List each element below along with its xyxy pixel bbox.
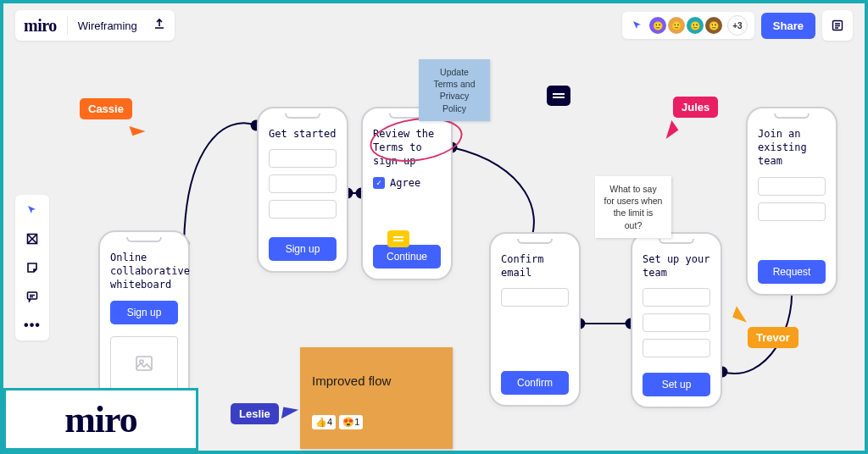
- cursor-arrow-icon: [659, 120, 679, 139]
- phone-title: Set up your team: [643, 252, 710, 280]
- avatar-1[interactable]: 🙂: [648, 15, 668, 36]
- cursor-label: Cassie: [80, 98, 132, 119]
- comment-bubble-icon[interactable]: [547, 86, 570, 106]
- notch-icon: [517, 239, 553, 244]
- phone-join-team[interactable]: Join an existing team Request: [746, 107, 837, 296]
- avatar-2[interactable]: 🙂: [666, 15, 687, 36]
- cursor-cassie: Cassie: [80, 98, 132, 119]
- cursor-arrow-icon: [129, 122, 145, 136]
- sticky-title: Improved flow: [312, 374, 391, 388]
- signup-button[interactable]: Sign up: [110, 301, 178, 324]
- more-tools[interactable]: •••: [22, 317, 42, 334]
- logo-block: miro: [3, 388, 198, 451]
- reactions: 👍4 😍1: [312, 415, 441, 429]
- input-field[interactable]: [501, 288, 569, 307]
- phone-title: Confirm email: [501, 252, 569, 280]
- notch-icon: [285, 114, 320, 119]
- phone-confirm-email[interactable]: Confirm email Confirm: [489, 232, 581, 407]
- cursor-arrow-icon: [732, 306, 751, 322]
- notch-icon: [126, 237, 162, 242]
- input-field[interactable]: [758, 177, 826, 196]
- sticky-limit[interactable]: What to say for users when the limit is …: [595, 176, 671, 238]
- logo-small[interactable]: miro: [24, 16, 57, 36]
- canvas[interactable]: miro Wireframing 🙂 🙂 🙂 🙂 +3 Share •••: [3, 3, 865, 451]
- input-field[interactable]: [758, 202, 826, 221]
- topbar-right: 🙂 🙂 🙂 🙂 +3 Share: [622, 10, 853, 41]
- avatar-group[interactable]: 🙂 🙂 🙂 🙂 +3: [622, 12, 754, 39]
- phone-get-started[interactable]: Get started Sign up: [257, 107, 348, 273]
- signup-button[interactable]: Sign up: [269, 237, 337, 261]
- setup-button[interactable]: Set up: [643, 373, 710, 396]
- phone-title: Review the Terms to sign up: [373, 127, 441, 169]
- input-field[interactable]: [643, 313, 710, 332]
- cursor-label: Jules: [673, 97, 718, 118]
- sticky-improved-flow[interactable]: Improved flow 👍4 😍1: [300, 347, 453, 449]
- cursor-jules: Jules: [673, 97, 718, 118]
- upload-icon[interactable]: [153, 17, 166, 34]
- avatar-3[interactable]: 🙂: [685, 15, 705, 36]
- notch-icon: [659, 239, 694, 244]
- toolbar: •••: [15, 195, 49, 340]
- request-button[interactable]: Request: [758, 260, 826, 284]
- comment-tool[interactable]: [22, 288, 42, 305]
- cursor-label: Leslie: [231, 403, 279, 424]
- reaction-heart-eyes[interactable]: 😍1: [339, 415, 363, 429]
- cursor-leslie: Leslie: [231, 403, 298, 424]
- svg-rect-4: [136, 357, 152, 370]
- agree-label: Agree: [390, 177, 420, 189]
- shape-tool[interactable]: [22, 230, 42, 247]
- activity-button[interactable]: [822, 10, 853, 41]
- confirm-button[interactable]: Confirm: [501, 371, 569, 395]
- agree-checkbox-row[interactable]: ✓ Agree: [373, 177, 441, 189]
- avatar-overflow[interactable]: +3: [727, 15, 748, 36]
- reaction-thumbsup[interactable]: 👍4: [312, 415, 336, 429]
- board-name[interactable]: Wireframing: [78, 19, 137, 32]
- cursor-icon: [629, 17, 646, 34]
- notch-icon: [774, 114, 810, 119]
- phone-online-whiteboard[interactable]: Online collaborative whiteboard Sign up: [98, 230, 190, 402]
- share-button[interactable]: Share: [761, 13, 815, 39]
- phone-review-terms[interactable]: Review the Terms to sign up ✓ Agree Cont…: [361, 107, 453, 280]
- continue-button[interactable]: Continue: [373, 245, 441, 269]
- sticky-update-terms[interactable]: Update Terms and Privacy Policy: [419, 59, 490, 121]
- avatar-4[interactable]: 🙂: [704, 15, 724, 36]
- input-field[interactable]: [643, 339, 710, 357]
- cursor-arrow-icon: [281, 407, 298, 421]
- phone-title: Join an existing team: [758, 127, 826, 169]
- phone-title: Online collaborative whiteboard: [110, 251, 178, 292]
- input-field[interactable]: [269, 174, 337, 193]
- divider: [67, 16, 68, 35]
- input-field[interactable]: [269, 149, 337, 168]
- image-placeholder-icon: [110, 336, 178, 390]
- cursor-label: Trevor: [748, 327, 798, 348]
- pointer-tool[interactable]: [22, 202, 42, 219]
- input-field[interactable]: [643, 288, 710, 307]
- sticky-tool[interactable]: [22, 259, 42, 276]
- comment-yellow-icon[interactable]: [387, 230, 409, 247]
- logo-big: miro: [64, 398, 137, 441]
- cursor-trevor: Trevor: [748, 327, 798, 348]
- app-frame: miro Wireframing 🙂 🙂 🙂 🙂 +3 Share •••: [0, 0, 868, 454]
- input-field[interactable]: [269, 200, 337, 219]
- checkbox-checked-icon: ✓: [373, 177, 385, 189]
- phone-title: Get started: [269, 127, 337, 141]
- phone-setup-team[interactable]: Set up your team Set up: [631, 232, 722, 408]
- topbar-left: miro Wireframing: [15, 10, 175, 41]
